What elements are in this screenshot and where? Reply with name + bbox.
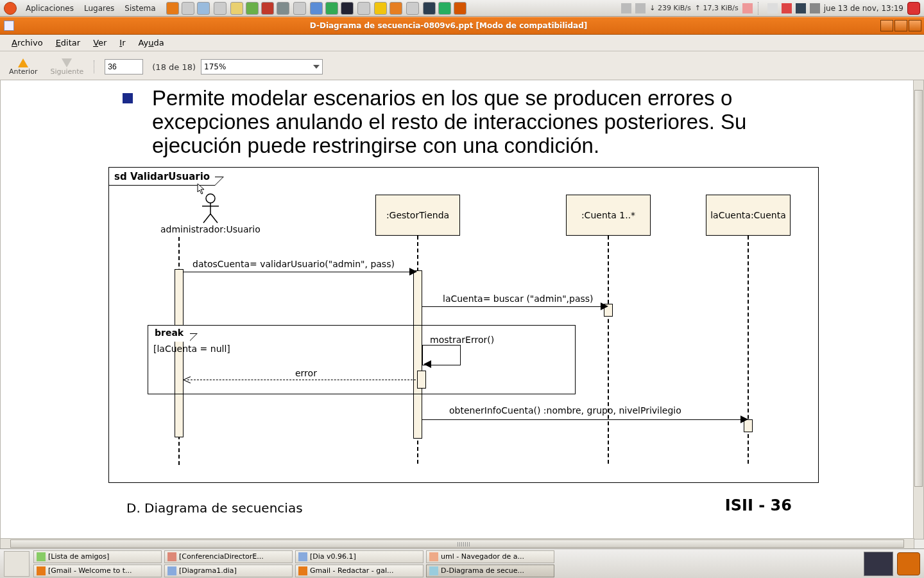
scroll-thumb[interactable] <box>914 90 923 487</box>
arrow-up-icon <box>18 58 28 67</box>
tray-icon[interactable] <box>621 3 631 13</box>
window-titlebar: D-Diagrama de secuencia-0809v6.ppt [Modo… <box>0 17 924 35</box>
firefox-icon <box>298 566 307 575</box>
lifeline-lacuenta: laCuenta:Cuenta <box>706 195 791 236</box>
task-button-active[interactable]: D-Diagrama de secue... <box>426 565 554 577</box>
document-icon <box>4 21 14 31</box>
app-icon[interactable] <box>438 2 451 15</box>
slide-body-text: Permite modelar escenarios en los que se… <box>152 87 781 158</box>
app-icon[interactable] <box>325 2 338 15</box>
app-icon[interactable] <box>246 2 259 15</box>
volume-icon[interactable] <box>810 3 820 13</box>
task-label: [Gmail - Welcome to t... <box>48 566 132 575</box>
app-icon[interactable] <box>389 2 402 15</box>
apps-menu[interactable]: Aplicaciones <box>21 4 79 13</box>
maximize-button[interactable] <box>894 20 907 31</box>
tray-icon[interactable] <box>635 3 646 13</box>
separator <box>293 2 306 15</box>
arrowhead-icon <box>409 268 417 276</box>
task-label: [Lista de amigos] <box>48 552 109 561</box>
app-icon[interactable] <box>277 2 289 15</box>
clock[interactable]: jue 13 de nov, 13:19 <box>824 4 903 13</box>
tray-icon[interactable] <box>782 3 792 13</box>
arrow-line <box>422 306 603 307</box>
bullet-icon <box>123 93 133 103</box>
minimize-button[interactable] <box>880 20 893 31</box>
task-button[interactable]: Gmail - Redactar - gal... <box>295 565 424 577</box>
gnome-top-panel: Aplicaciones Lugares Sistema ↓ 239 KiB/s… <box>0 0 924 17</box>
task-label: [Diagrama1.dia] <box>179 566 237 575</box>
document-icon <box>429 566 438 575</box>
arrowhead-icon <box>601 302 608 310</box>
svg-point-0 <box>206 194 215 203</box>
evolution-icon[interactable] <box>182 2 194 15</box>
stick-figure-icon <box>201 193 220 224</box>
break-guard: [laCuenta = null] <box>153 344 230 354</box>
firefox-icon[interactable] <box>166 2 179 15</box>
firefox-icon <box>37 566 46 575</box>
tab-corner-icon <box>215 177 224 186</box>
separator <box>214 2 227 15</box>
app-icon[interactable] <box>454 2 466 15</box>
horizontal-scrollbar[interactable] <box>0 538 914 549</box>
message-label: laCuenta= buscar ("admin",pass) <box>443 293 594 304</box>
message-label: mostrarError() <box>430 335 494 345</box>
next-label: Siguiente <box>50 67 83 76</box>
sd-frame-tab: sd ValidarUsuario <box>109 168 224 186</box>
workspace-switcher[interactable] <box>864 552 893 576</box>
trash-icon[interactable] <box>897 552 920 575</box>
app-icon[interactable] <box>230 2 243 15</box>
slide-viewport[interactable]: Permite modelar escenarios en los que se… <box>0 80 914 539</box>
svg-line-3 <box>203 214 210 223</box>
menu-ayuda[interactable]: Ayuda <box>132 38 171 48</box>
separator <box>357 2 370 15</box>
slide-footer-right: ISII - 36 <box>725 496 792 514</box>
tray-icon[interactable] <box>742 3 753 13</box>
app-icon[interactable] <box>423 2 436 15</box>
lifeline-dash <box>608 236 609 464</box>
app-icon[interactable] <box>374 2 387 15</box>
folder-icon <box>429 552 438 561</box>
impress-icon <box>167 552 176 561</box>
menu-editar[interactable]: Editar <box>49 38 87 48</box>
menu-archivo[interactable]: Archivo <box>5 38 49 48</box>
prev-label: Anterior <box>9 67 37 76</box>
arrow-line <box>184 272 412 272</box>
help-icon[interactable] <box>197 2 210 15</box>
prev-button[interactable]: Anterior <box>5 57 41 77</box>
nav-toolbar: Anterior Siguiente (18 de 18) 175% <box>0 51 924 83</box>
task-label: uml - Navegador de a... <box>441 552 524 561</box>
power-button-icon[interactable] <box>907 2 920 15</box>
places-menu[interactable]: Lugares <box>79 4 119 13</box>
menu-ir[interactable]: Ir <box>113 38 132 48</box>
network-icon[interactable] <box>796 3 806 13</box>
menu-ver[interactable]: Ver <box>87 38 113 48</box>
message-label: datosCuenta= validarUsuario("admin", pas… <box>193 259 395 269</box>
app-icon[interactable] <box>261 2 274 15</box>
svg-line-4 <box>210 214 218 223</box>
arrow-dashed <box>187 380 416 380</box>
page-number-input[interactable] <box>105 59 143 74</box>
system-menu[interactable]: Sistema <box>119 4 160 13</box>
task-button[interactable]: [Diagrama1.dia] <box>164 565 293 577</box>
chevron-down-icon <box>313 65 320 69</box>
app-icon[interactable] <box>341 2 354 15</box>
task-button[interactable]: uml - Navegador de a... <box>426 550 554 563</box>
ubuntu-logo-icon[interactable] <box>4 2 17 15</box>
app-icon[interactable] <box>310 2 323 15</box>
show-desktop-button[interactable] <box>4 551 30 577</box>
message-label: error <box>295 368 317 378</box>
scroll-thumb[interactable] <box>10 539 904 548</box>
task-button[interactable]: [ConferenciaDirectorE... <box>164 550 293 563</box>
zoom-combobox[interactable]: 175% <box>201 59 323 74</box>
task-button[interactable]: [Dia v0.96.1] <box>295 550 424 563</box>
actor-admin: administrador:Usuario <box>160 193 261 234</box>
lifeline-gestor: :GestorTienda <box>375 195 460 236</box>
task-button[interactable]: [Gmail - Welcome to t... <box>33 565 162 577</box>
arrow-line <box>422 419 743 420</box>
vertical-scrollbar[interactable] <box>913 80 924 539</box>
page-count-label: (18 de 18) <box>152 62 196 72</box>
task-button[interactable]: [Lista de amigos] <box>33 550 162 563</box>
close-button[interactable] <box>909 20 921 31</box>
mail-icon[interactable] <box>767 3 778 13</box>
